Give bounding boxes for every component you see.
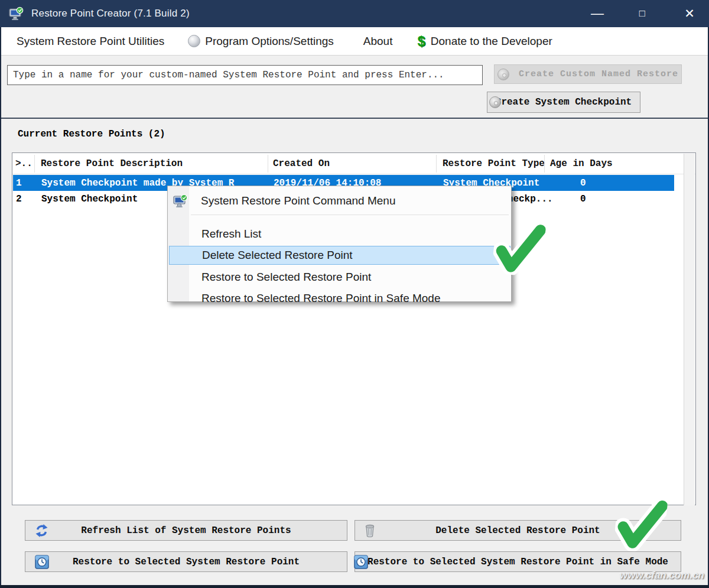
- column-separator: [268, 155, 268, 173]
- cell-index: 1: [16, 175, 22, 191]
- menu-item-label: Restore to Selected Restore Point: [201, 271, 371, 284]
- refresh-icon: [35, 524, 48, 537]
- column-separator: [544, 155, 545, 173]
- context-menu: System Restore Point Command Menu Refres…: [167, 186, 512, 302]
- column-header-description[interactable]: Restore Point Description: [41, 153, 183, 174]
- menu-item-restore-safe-mode[interactable]: Restore to Selected Restore Point in Saf…: [168, 289, 511, 308]
- column-header-created-on[interactable]: Created On: [273, 153, 330, 174]
- window-border-bottom: [0, 585, 709, 588]
- restore-icon: [35, 555, 49, 569]
- context-menu-title: System Restore Point Command Menu: [201, 194, 395, 207]
- button-label: Create System Checkpoint: [496, 97, 632, 108]
- column-separator: [34, 155, 35, 173]
- disk-icon: [497, 69, 509, 80]
- menu-label: About: [363, 35, 393, 48]
- safe-mode-restore-icon: [354, 555, 368, 569]
- maximize-button[interactable]: □: [624, 0, 661, 27]
- close-button[interactable]: ✕: [671, 0, 708, 27]
- menu-item-label: Restore to Selected Restore Point in Saf…: [201, 292, 441, 305]
- vertical-scrollbar[interactable]: [684, 154, 695, 505]
- menu-label: Donate to the Developer: [431, 35, 552, 48]
- cell-age: 0: [580, 175, 586, 191]
- create-system-checkpoint-button[interactable]: Create System Checkpoint: [487, 92, 640, 113]
- app-icon: [8, 6, 24, 22]
- menu-label: Program Options/Settings: [205, 35, 334, 48]
- menu-system-restore-point-utilities[interactable]: System Restore Point Utilities: [0, 27, 173, 55]
- window-border-left: [0, 27, 1, 588]
- cell-index: 2: [16, 191, 22, 207]
- button-label: Refresh List of System Restore Points: [25, 525, 347, 536]
- context-menu-header: System Restore Point Command Menu: [168, 190, 511, 212]
- restore-safe-mode-button[interactable]: Restore to Selected System Restore Point…: [354, 551, 681, 572]
- column-separator: [436, 155, 437, 173]
- column-header-type[interactable]: Restore Point Type: [443, 153, 545, 174]
- current-restore-points-label: Current Restore Points (2): [18, 129, 165, 139]
- watermark: www.cfan.com.cn: [620, 570, 704, 581]
- trash-icon: [365, 524, 375, 537]
- minimize-button[interactable]: —: [579, 0, 616, 27]
- window-title: Restore Point Creator (7.1 Build 2): [31, 8, 190, 20]
- create-custom-named-restore-button: Create Custom Named Restore: [494, 64, 682, 84]
- settings-orb-icon: [188, 35, 200, 47]
- menu-bar: System Restore Point Utilities Program O…: [0, 27, 709, 56]
- check-annotation-icon: [613, 494, 668, 554]
- restore-point-menu-icon: [173, 193, 188, 209]
- dollar-icon: $: [417, 33, 425, 50]
- button-label: Create Custom Named Restore: [519, 69, 678, 79]
- cell-description: System Checkpoint: [41, 191, 138, 207]
- menu-item-refresh-list[interactable]: Refresh List: [168, 225, 511, 243]
- menu-separator: [191, 215, 509, 215]
- button-label: Restore to Selected System Restore Point…: [355, 557, 681, 567]
- cell-age: 0: [580, 191, 586, 207]
- menu-label: System Restore Point Utilities: [17, 35, 164, 48]
- column-header-index[interactable]: >..: [15, 153, 32, 174]
- menu-item-label: Refresh List: [201, 228, 261, 241]
- section-divider: [0, 118, 709, 119]
- refresh-list-button[interactable]: Refresh List of System Restore Points: [25, 520, 347, 541]
- disk-icon: [489, 96, 501, 108]
- button-label: Restore to Selected System Restore Point: [25, 557, 347, 567]
- menu-donate[interactable]: $ Donate to the Developer: [409, 27, 560, 55]
- menu-item-delete-selected[interactable]: Delete Selected Restore Point: [169, 246, 510, 265]
- menu-program-options-settings[interactable]: Program Options/Settings: [180, 27, 342, 55]
- column-header-age[interactable]: Age in Days: [550, 153, 613, 174]
- restore-point-name-input[interactable]: [7, 65, 483, 85]
- menu-about[interactable]: About: [355, 27, 401, 55]
- title-bar: Restore Point Creator (7.1 Build 2) — □ …: [0, 0, 709, 27]
- table-header: >.. Restore Point Description Created On…: [12, 153, 695, 174]
- check-annotation-icon: [491, 219, 546, 278]
- restore-selected-button[interactable]: Restore to Selected System Restore Point: [25, 551, 347, 572]
- menu-item-restore-to-selected[interactable]: Restore to Selected Restore Point: [168, 268, 511, 287]
- menu-item-label: Delete Selected Restore Point: [202, 249, 353, 262]
